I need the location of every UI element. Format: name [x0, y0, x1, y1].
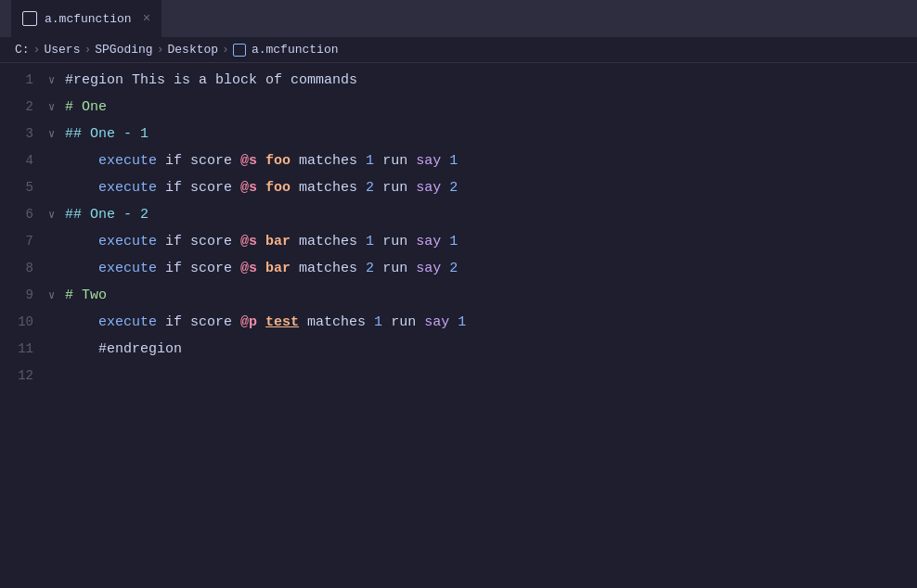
breadcrumb-users: Users: [44, 43, 80, 57]
breadcrumb-desktop: Desktop: [167, 43, 218, 57]
editor-line: 5 execute if score @s foo matches 2 run …: [0, 174, 917, 201]
line-content: # One: [65, 96, 917, 120]
token: [257, 314, 265, 330]
line-content: #endregion: [65, 338, 917, 362]
breadcrumb-sep-4: ›: [222, 43, 229, 57]
token: 2: [366, 261, 374, 276]
token: foo: [265, 153, 291, 169]
line-content: ## One - 2: [65, 203, 917, 227]
token: @s: [240, 180, 257, 196]
editor-line: 8 execute if score @s bar matches 2 run …: [0, 255, 917, 282]
line-number: 7: [0, 229, 48, 253]
editor-line: 3∨## One - 1: [0, 121, 917, 147]
token: say: [416, 234, 441, 249]
token: @s: [240, 261, 257, 276]
fold-arrow[interactable]: ∨: [48, 284, 65, 308]
tab-filename: a.mcfunction: [45, 12, 132, 26]
token: [441, 261, 449, 276]
token: [441, 234, 449, 249]
token: @s: [240, 234, 257, 249]
token: ## One - 2: [65, 207, 149, 223]
editor-line: 1∨#region This is a block of commands: [0, 67, 917, 94]
fold-arrow[interactable]: ∨: [48, 69, 65, 93]
tab-close-button[interactable]: ×: [143, 11, 150, 26]
fold-arrow[interactable]: ∨: [48, 203, 65, 227]
token: test: [265, 314, 299, 330]
token: 1: [449, 153, 458, 169]
token: 1: [374, 314, 382, 330]
editor-line: 2∨# One: [0, 94, 917, 121]
editor-tab[interactable]: a.mcfunction ×: [11, 0, 161, 37]
token: [449, 314, 458, 330]
line-content: execute if score @p test matches 1 run s…: [65, 311, 917, 335]
token: execute: [65, 261, 157, 276]
breadcrumb-sep-2: ›: [84, 43, 91, 57]
token: execute: [65, 180, 157, 196]
line-number: 1: [0, 68, 48, 92]
token: say: [424, 314, 449, 330]
token: bar: [265, 234, 291, 249]
editor-line: 12: [0, 363, 917, 389]
title-bar: a.mcfunction ×: [0, 0, 917, 37]
token: run: [374, 180, 416, 196]
token: 1: [449, 234, 458, 249]
token: matches: [299, 314, 374, 330]
editor-line: 10 execute if score @p test matches 1 ru…: [0, 309, 917, 336]
token: [257, 180, 265, 196]
editor-line: 9∨# Two: [0, 282, 917, 309]
token: run: [374, 261, 416, 276]
token: 1: [366, 234, 374, 249]
line-number: 3: [0, 121, 48, 146]
breadcrumb-c: C:: [15, 43, 30, 57]
token: #region This is a block of commands: [65, 72, 357, 88]
token: matches: [291, 261, 366, 276]
line-number: 5: [0, 175, 48, 199]
editor-line: 4 execute if score @s foo matches 1 run …: [0, 147, 917, 174]
line-content: execute if score @s bar matches 1 run sa…: [65, 230, 917, 254]
token: if score: [157, 153, 240, 169]
token: run: [374, 234, 416, 249]
token: execute: [65, 234, 157, 249]
token: if score: [157, 261, 240, 276]
token: [441, 180, 449, 196]
file-icon: [22, 11, 37, 26]
line-content: execute if score @s bar matches 2 run sa…: [65, 257, 917, 281]
token: say: [416, 261, 441, 276]
fold-arrow[interactable]: ∨: [48, 122, 65, 147]
token: [257, 234, 265, 249]
token: say: [416, 180, 441, 196]
editor: 1∨#region This is a block of commands2∨#…: [0, 63, 917, 588]
token: 1: [458, 314, 466, 330]
token: @p: [240, 314, 257, 330]
breadcrumb-file-icon: [233, 44, 246, 57]
token: [257, 153, 265, 169]
breadcrumb: C: › Users › SPGoding › Desktop › a.mcfu…: [0, 37, 917, 63]
token: @s: [240, 153, 257, 169]
token: if score: [157, 180, 240, 196]
token: matches: [291, 180, 366, 196]
line-number: 9: [0, 283, 48, 307]
token: [441, 153, 449, 169]
token: ## One - 1: [65, 126, 149, 142]
token: 2: [366, 180, 374, 196]
breadcrumb-sep-1: ›: [33, 43, 41, 57]
token: matches: [291, 234, 366, 249]
token: [257, 261, 265, 276]
token: if score: [157, 314, 240, 330]
line-number: 6: [0, 202, 48, 226]
token: 2: [449, 180, 458, 196]
token: execute: [65, 153, 157, 169]
breadcrumb-spgoding: SPGoding: [95, 43, 152, 57]
token: # One: [65, 99, 107, 115]
line-number: 11: [0, 337, 48, 361]
token: 2: [449, 261, 458, 276]
line-number: 2: [0, 95, 48, 119]
token: if score: [157, 234, 240, 249]
line-number: 4: [0, 148, 48, 173]
token: matches: [291, 153, 366, 169]
fold-arrow[interactable]: ∨: [48, 96, 65, 120]
token: execute: [65, 314, 157, 330]
breadcrumb-sep-3: ›: [157, 43, 164, 57]
line-content: #region This is a block of commands: [65, 69, 917, 93]
line-content: # Two: [65, 284, 917, 308]
